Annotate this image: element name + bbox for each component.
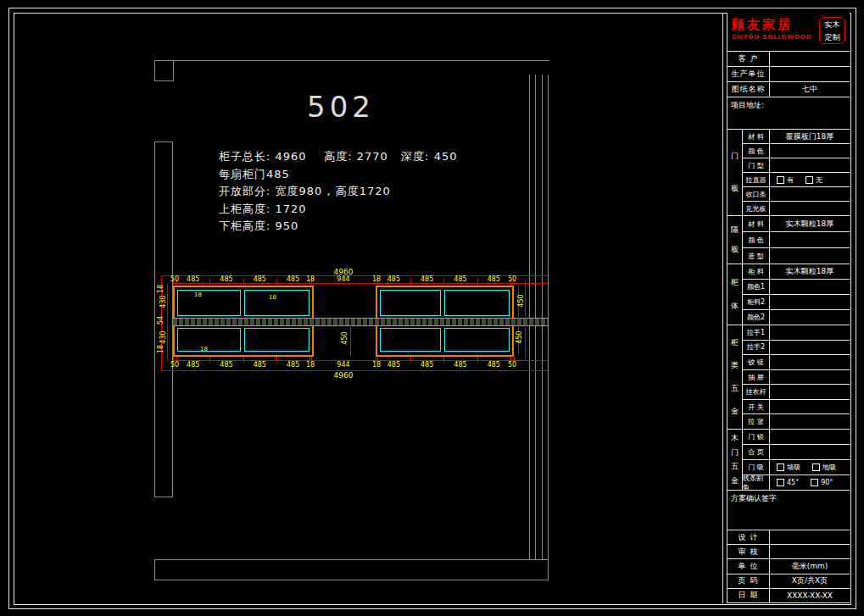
table-row: 图纸名称七中 [727, 82, 850, 97]
row-label: 颜 色 [743, 232, 770, 247]
spec-group: 木门五金门 锁合 页门 吸墙吸地吸线条割角45°90° [727, 430, 850, 491]
dim-tick [477, 279, 478, 285]
row-label: 见光板 [743, 202, 770, 215]
dim-tick [209, 357, 210, 363]
row-value [770, 67, 850, 81]
dim-tick [276, 279, 277, 285]
stamp-line: 定制 [820, 31, 844, 44]
group-title-char: 五 [731, 461, 739, 472]
row-value [770, 445, 850, 459]
dim-text: 430 [160, 295, 167, 308]
spec-group: 柜类五金拉手1拉手2铰 链抽 屉挂衣杆开 关拉 篮 [727, 325, 850, 430]
project-address-label: 项目地址: [731, 101, 764, 109]
checkbox-option: 墙吸 [777, 463, 800, 472]
table-row: 柜料2 [743, 295, 850, 310]
checkbox-label: 地吸 [822, 463, 836, 472]
footer-rows: 设 计审 核单 位毫米(mm)页 码X页/共X页日 期XXXX-XX-XX [727, 530, 850, 603]
checkbox [777, 463, 784, 471]
table-row: 拉直器有无 [743, 173, 850, 187]
signature-section: 方案确认签字 [727, 491, 850, 530]
row-value [770, 370, 850, 385]
row-label: 挂衣杆 [743, 385, 770, 399]
dim-text: 485 [454, 276, 466, 283]
spec-group-rows: 材 料覆膜板门18厚颜 色门 型拉直器有无收口条见光板 [743, 130, 850, 215]
table-row: 设 计 [727, 530, 850, 545]
row-value: 45°90° [770, 475, 850, 490]
row-label: 拉 篮 [743, 414, 770, 429]
dim-text: 450 [518, 294, 525, 307]
dim-tick [209, 279, 210, 285]
checkbox-label: 墙吸 [787, 463, 800, 472]
row-value [770, 310, 850, 325]
table-row: 材 料覆膜板门18厚 [743, 130, 850, 144]
checkbox-label: 45° [787, 479, 799, 486]
dim-text: 944 [337, 276, 349, 283]
row-value: 实木颗粒18厚 [770, 216, 850, 231]
table-row: 门 锁 [743, 430, 850, 445]
table-row: 合 页 [743, 445, 850, 460]
row-label: 拉直器 [743, 173, 770, 186]
table-row: 生产单位 [727, 67, 850, 82]
row-value [770, 341, 850, 355]
row-label: 拉手1 [743, 325, 770, 340]
row-value [770, 414, 850, 429]
dim-text: 485 [387, 362, 400, 369]
table-row: 门 型 [743, 158, 850, 173]
spec-group-title: 门板 [727, 130, 743, 215]
dim-text: 485 [488, 276, 500, 283]
dim-text: 450 [516, 330, 523, 343]
row-value [770, 187, 850, 201]
row-value [770, 545, 850, 558]
row-label: 单 位 [727, 559, 770, 573]
dim-tick [477, 357, 478, 363]
row-label: 客 户 [727, 52, 770, 66]
dim-tick [443, 357, 444, 363]
table-row: 拉手1 [743, 325, 850, 341]
row-label: 柜 料 [743, 264, 770, 279]
spec-group: 柜体柜 料实木颗粒18厚颜色1柜料2颜色2 [727, 264, 850, 325]
spec-group-title: 柜类五金 [727, 325, 743, 429]
table-row: 日 期XXXX-XX-XX [727, 589, 850, 603]
dim-text: 485 [187, 276, 199, 283]
table-row: 颜色2 [743, 310, 850, 325]
dim-text: 18 [194, 292, 202, 298]
spec-group-rows: 门 锁合 页门 吸墙吸地吸线条割角45°90° [743, 430, 850, 490]
table-row: 线条割角45°90° [743, 475, 850, 490]
dim-text: 4960 [334, 372, 354, 379]
dim-text: 485 [254, 362, 266, 369]
row-value: 毫米(mm) [770, 559, 850, 573]
row-value [770, 248, 850, 264]
row-value [770, 385, 850, 399]
dim-text: 18 [158, 285, 164, 293]
spec-group-title: 木门五金 [727, 430, 743, 490]
info-rows: 客 户生产单位图纸名称七中 [727, 52, 850, 97]
signature-label: 方案确认签字 [731, 494, 777, 502]
dim-text: 450 [342, 331, 348, 344]
row-label: 日 期 [727, 589, 770, 602]
carcass-cell [444, 290, 510, 316]
group-title-char: 类 [731, 360, 739, 371]
table-row: 柜 料实木颗粒18厚 [743, 264, 850, 280]
group-title-char: 木 [731, 433, 739, 444]
dim-text: 485 [421, 276, 433, 283]
table-row: 造 型 [743, 248, 850, 264]
row-label: 开 关 [743, 400, 770, 414]
cabinet-plan: 5050485485485485485485485485181894494418… [0, 0, 722, 616]
row-value: 实木颗粒18厚 [770, 264, 850, 279]
spec-groups: 门板材 料覆膜板门18厚颜 色门 型拉直器有无收口条见光板隔板材 料实木颗粒18… [727, 130, 850, 491]
carcass-cell [380, 290, 441, 316]
row-label: 造 型 [743, 248, 770, 264]
dim-ext-right-outer [525, 280, 526, 361]
dim-text: 4960 [334, 269, 354, 275]
row-label: 抽 屉 [743, 370, 770, 385]
row-value [770, 280, 850, 294]
row-value [770, 400, 850, 414]
row-value [770, 144, 850, 158]
group-title-char: 金 [731, 406, 739, 417]
table-row: 挂衣杆 [743, 385, 850, 400]
dim-text: 18 [372, 276, 381, 283]
dim-text: 18 [269, 295, 276, 301]
dim-text: 485 [387, 276, 400, 283]
row-label: 图纸名称 [727, 82, 770, 97]
title-block-outer-divider [722, 13, 723, 603]
